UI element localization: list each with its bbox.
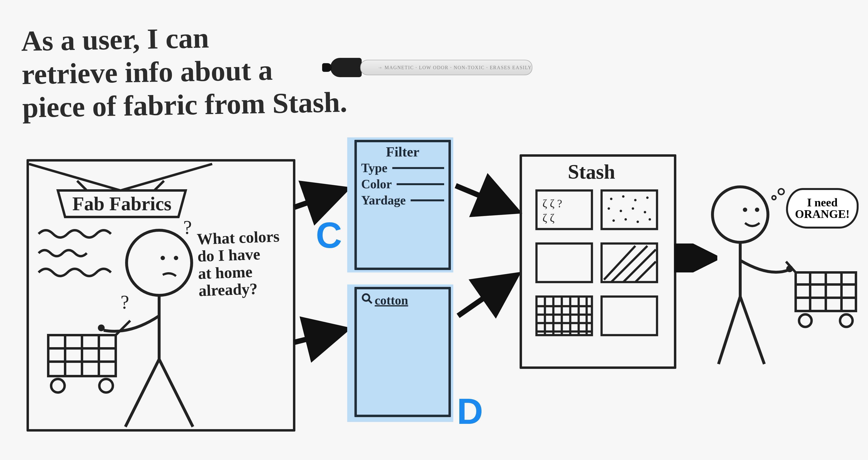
svg-line-24 — [456, 186, 514, 210]
marker-label-text: → MAGNETIC · LOW ODOR · NON-TOXIC · ERAS… — [360, 60, 532, 75]
svg-point-36 — [632, 207, 634, 210]
arrows-scene1-to-options — [289, 174, 352, 391]
store-sign-text: Fab Fabrics — [72, 193, 172, 215]
filter-label-yardage: Yardage — [361, 193, 406, 207]
svg-point-18 — [99, 379, 113, 393]
svg-line-6 — [125, 359, 159, 427]
svg-text:?: ? — [183, 217, 192, 238]
svg-point-4 — [174, 256, 178, 260]
filter-title: Filter — [357, 142, 448, 160]
svg-point-61 — [712, 187, 768, 242]
svg-point-38 — [613, 219, 615, 222]
filter-row-type: Type — [357, 160, 448, 176]
svg-text:ζ  ζ: ζ ζ — [542, 212, 555, 224]
svg-rect-27 — [601, 190, 657, 229]
scene-fabric-store: ? ? Fab Fabrics What colors do I have at… — [27, 159, 296, 432]
filter-label-color: Color — [361, 177, 392, 191]
arrows-options-to-stash — [451, 157, 523, 349]
svg-point-69 — [778, 189, 784, 194]
search-term-text: cotton — [375, 293, 408, 307]
svg-line-65 — [718, 297, 740, 364]
svg-line-1 — [154, 181, 164, 190]
svg-point-32 — [634, 199, 637, 201]
svg-point-30 — [610, 198, 613, 200]
user-question-text: What colors do I have at home already? — [196, 227, 282, 299]
thought-bubble: I need ORANGE! — [786, 188, 859, 228]
svg-point-22 — [363, 294, 369, 301]
scene-outcome: I need ORANGE! — [709, 176, 866, 374]
svg-point-2 — [127, 230, 192, 295]
svg-point-77 — [840, 314, 852, 327]
svg-line-47 — [635, 262, 656, 282]
svg-point-8 — [98, 325, 105, 331]
svg-text:ζ ζ  ?: ζ ζ ? — [542, 197, 562, 210]
filter-row-yardage: Yardage — [357, 192, 448, 208]
svg-point-62 — [743, 208, 747, 212]
svg-point-37 — [644, 211, 646, 213]
callout-letter-d: D — [457, 391, 483, 432]
svg-rect-42 — [536, 244, 592, 282]
svg-point-39 — [624, 218, 627, 221]
svg-line-21 — [294, 330, 342, 342]
filter-row-color: Color — [357, 176, 448, 192]
svg-point-35 — [620, 210, 622, 212]
svg-point-40 — [637, 221, 639, 223]
filter-label-type: Type — [361, 161, 388, 175]
svg-point-17 — [51, 379, 65, 393]
svg-line-25 — [458, 277, 514, 316]
svg-text:?: ? — [121, 292, 129, 313]
svg-rect-49 — [601, 297, 657, 335]
svg-line-20 — [294, 190, 342, 207]
svg-point-3 — [161, 256, 165, 260]
svg-point-76 — [799, 314, 812, 327]
svg-point-31 — [622, 195, 624, 198]
svg-point-33 — [646, 196, 649, 199]
stash-panel: Stash ζ ζ ? ζ ζ — [520, 154, 676, 369]
option-d-panel: cotton — [354, 287, 451, 417]
svg-line-66 — [740, 297, 764, 364]
svg-point-41 — [649, 218, 651, 221]
option-c-panel: Filter Type Color Yardage — [354, 140, 451, 270]
svg-line-23 — [368, 300, 372, 303]
svg-line-7 — [159, 359, 193, 427]
whiteboard-marker: → MAGNETIC · LOW ODOR · NON-TOXIC · ERAS… — [330, 58, 534, 77]
svg-point-68 — [772, 196, 776, 200]
svg-line-0 — [77, 181, 87, 190]
stash-swatches-svg: ζ ζ ? ζ ζ — [522, 157, 674, 366]
svg-point-34 — [608, 207, 610, 210]
search-row: cotton — [357, 289, 448, 309]
callout-letter-c: C — [316, 215, 342, 256]
search-icon — [361, 293, 373, 308]
user-story-text: As a user, I can retrieve info about a p… — [21, 19, 347, 124]
thought-text: I need ORANGE! — [795, 196, 850, 220]
svg-point-63 — [755, 208, 759, 212]
